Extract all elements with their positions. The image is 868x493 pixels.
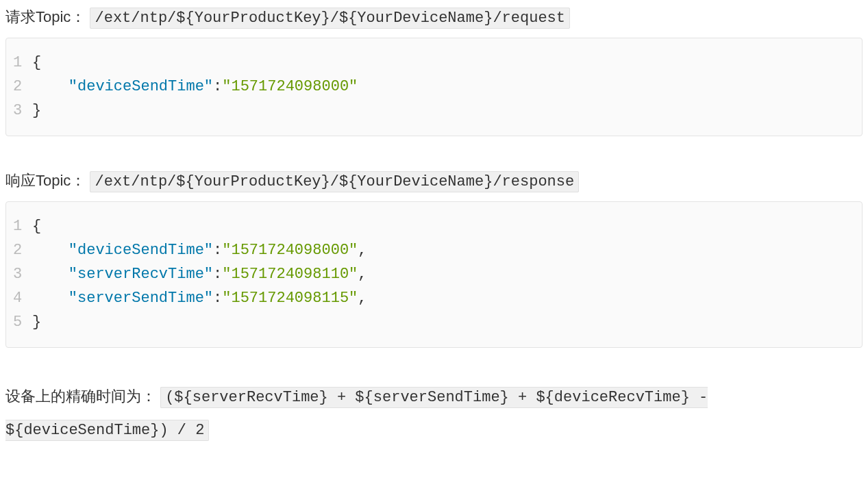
code-content: "deviceSendTime":"1571724098000", [32,238,367,262]
line-number: 4 [13,286,32,310]
response-topic-value: /ext/ntp/${YourProductKey}/${YourDeviceN… [90,171,579,192]
line-number: 3 [13,99,32,123]
response-topic-label: 响应Topic： [5,172,86,189]
response-code-block: 1{2 "deviceSendTime":"1571724098000",3 "… [5,201,863,348]
code-content: } [32,99,41,123]
request-code-block: 1{2 "deviceSendTime":"1571724098000"3} [5,38,863,136]
line-number: 3 [13,262,32,286]
code-line: 4 "serverSendTime":"1571724098115", [13,286,855,310]
code-content: } [32,310,41,334]
request-topic-value: /ext/ntp/${YourProductKey}/${YourDeviceN… [90,8,570,29]
code-line: 1{ [13,214,855,238]
line-number: 1 [13,214,32,238]
code-content: { [32,51,41,75]
code-line: 2 "deviceSendTime":"1571724098000" [13,75,855,99]
request-topic-line: 请求Topic： /ext/ntp/${YourProductKey}/${Yo… [5,5,863,29]
code-content: { [32,214,41,238]
line-number: 5 [13,310,32,334]
request-topic-label: 请求Topic： [5,8,86,25]
line-number: 2 [13,75,32,99]
code-line: 1{ [13,51,855,75]
code-content: "serverSendTime":"1571724098115", [32,286,367,310]
code-line: 3 "serverRecvTime":"1571724098110", [13,262,855,286]
code-line: 3} [13,99,855,123]
line-number: 1 [13,51,32,75]
code-content: "deviceSendTime":"1571724098000" [32,75,358,99]
code-line: 5} [13,310,855,334]
code-line: 2 "deviceSendTime":"1571724098000", [13,238,855,262]
formula-label: 设备上的精确时间为： [5,388,156,405]
line-number: 2 [13,238,32,262]
code-content: "serverRecvTime":"1571724098110", [32,262,367,286]
response-topic-line: 响应Topic： /ext/ntp/${YourProductKey}/${Yo… [5,169,863,193]
formula-line: 设备上的精确时间为： (${serverRecvTime} + ${server… [5,381,863,446]
